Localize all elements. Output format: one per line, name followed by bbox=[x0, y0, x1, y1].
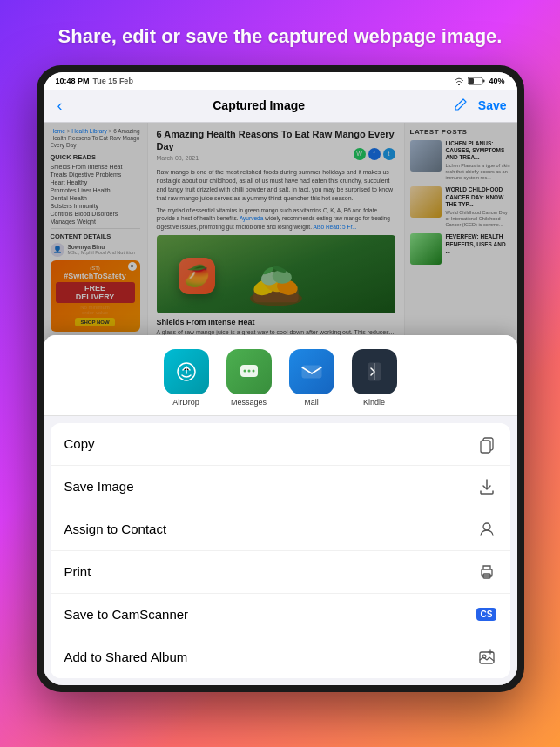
cs-badge: CS bbox=[476, 608, 497, 621]
device-frame: 10:48 PM Tue 15 Feb 40% bbox=[37, 65, 524, 692]
svg-rect-20 bbox=[481, 441, 490, 453]
camscanner-action[interactable]: Save to CamScanner CS bbox=[51, 594, 510, 636]
svg-point-21 bbox=[483, 523, 490, 530]
mail-label: Mail bbox=[304, 398, 319, 407]
action-list: Copy Save Image bbox=[51, 423, 510, 678]
svg-rect-2 bbox=[469, 78, 474, 84]
back-button[interactable]: ‹ bbox=[54, 95, 66, 117]
airdrop-icon bbox=[164, 349, 209, 394]
svg-point-16 bbox=[252, 369, 254, 372]
messages-label: Messages bbox=[231, 398, 267, 407]
app-icons-row: AirDrop bbox=[44, 335, 517, 416]
svg-rect-24 bbox=[480, 652, 494, 663]
svg-rect-1 bbox=[483, 79, 485, 82]
mail-app[interactable]: Mail bbox=[289, 349, 334, 407]
copy-icon bbox=[477, 434, 496, 454]
assign-contact-action[interactable]: Assign to Contact bbox=[51, 508, 510, 551]
airdrop-label: AirDrop bbox=[172, 398, 199, 407]
shared-album-action[interactable]: Add to Shared Album bbox=[51, 636, 510, 678]
messages-app[interactable]: Messages bbox=[226, 349, 272, 407]
nav-bar: ‹ Captured Image Save bbox=[44, 90, 517, 123]
camscanner-icon: CS bbox=[477, 605, 496, 624]
print-label: Print bbox=[64, 564, 91, 579]
status-date: Tue 15 Feb bbox=[93, 77, 133, 85]
kindle-label: Kindle bbox=[363, 398, 385, 407]
page-header-title: Share, edit or save the captured webpage… bbox=[24, 0, 537, 65]
svg-point-14 bbox=[243, 369, 246, 372]
status-time: 10:48 PM bbox=[56, 77, 90, 85]
kindle-app[interactable]: Kindle bbox=[352, 349, 397, 407]
svg-point-15 bbox=[247, 369, 250, 372]
kindle-icon bbox=[352, 349, 397, 394]
save-image-action[interactable]: Save Image bbox=[51, 466, 510, 508]
camscanner-label: Save to CamScanner bbox=[64, 607, 189, 622]
messages-icon bbox=[226, 349, 272, 394]
share-sheet: AirDrop bbox=[44, 335, 517, 685]
assign-contact-label: Assign to Contact bbox=[64, 522, 167, 536]
battery-text: 40% bbox=[489, 77, 504, 85]
print-icon bbox=[477, 562, 496, 582]
mail-icon bbox=[289, 349, 334, 394]
shared-album-icon bbox=[477, 648, 496, 667]
save-image-icon bbox=[477, 477, 496, 496]
save-image-label: Save Image bbox=[64, 479, 134, 494]
svg-rect-17 bbox=[302, 366, 321, 378]
status-bar: 10:48 PM Tue 15 Feb 40% bbox=[44, 72, 517, 90]
device-screen: 10:48 PM Tue 15 Feb 40% bbox=[44, 72, 517, 685]
share-sheet-overlay: AirDrop bbox=[44, 123, 517, 685]
edit-icon[interactable] bbox=[452, 98, 468, 113]
print-action[interactable]: Print bbox=[51, 551, 510, 594]
wifi-icon bbox=[454, 77, 464, 85]
airdrop-app[interactable]: AirDrop bbox=[164, 349, 209, 407]
copy-action[interactable]: Copy bbox=[51, 423, 510, 466]
assign-contact-icon bbox=[477, 520, 496, 539]
shared-album-label: Add to Shared Album bbox=[64, 649, 188, 664]
copy-label: Copy bbox=[64, 436, 95, 451]
status-right: 40% bbox=[454, 77, 504, 85]
battery-icon bbox=[468, 77, 485, 85]
nav-title: Captured Image bbox=[73, 98, 445, 112]
status-left: 10:48 PM Tue 15 Feb bbox=[56, 77, 133, 85]
save-button[interactable]: Save bbox=[478, 98, 507, 112]
